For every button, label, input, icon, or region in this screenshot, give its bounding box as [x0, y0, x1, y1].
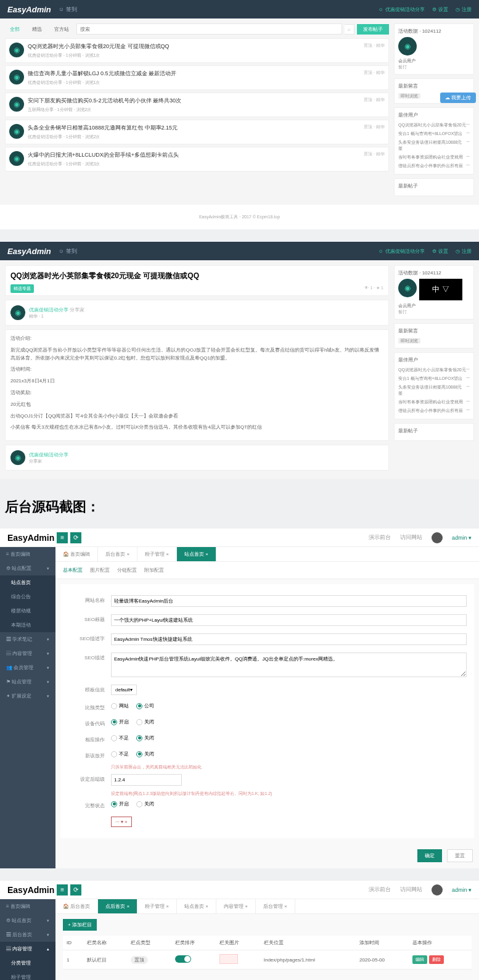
radio-option[interactable]: 开启	[111, 719, 129, 725]
sidebar-item-active[interactable]: 站点首页	[0, 575, 55, 590]
menu-toggle[interactable]: ≡	[57, 532, 68, 543]
toggle-switch[interactable]	[175, 955, 191, 963]
admin-tab[interactable]: 🏠 后台首页	[55, 899, 98, 913]
author-avatar[interactable]: ◉	[10, 450, 25, 465]
topbar-link-promo[interactable]: ☺ 优惠促销活动分享	[379, 248, 425, 255]
add-column-button[interactable]: + 添加栏目	[63, 919, 97, 931]
admin-tab[interactable]: 内容管理 ×	[216, 899, 256, 913]
sidebar-item[interactable]: 粉子管理	[0, 970, 55, 980]
search-icon[interactable]: ⌕	[345, 24, 354, 35]
upload-button[interactable]: ☁ 我要上传	[440, 93, 476, 103]
publish-button[interactable]: 发布帖子	[357, 24, 389, 35]
tab-featured[interactable]: 精选	[27, 24, 47, 35]
radio-option[interactable]: 公司	[136, 702, 154, 709]
extra-select[interactable]: ··· ▾ ×	[111, 817, 132, 827]
user-avatar[interactable]: ◉	[398, 37, 417, 56]
sidebar-item[interactable]: ☰ 学术笔记▾	[0, 632, 55, 646]
admin-tab-active[interactable]: 点后首页 ×	[98, 899, 137, 913]
admin-tab[interactable]: 🏠 首页编辑	[55, 547, 98, 561]
author-name[interactable]: 优惠促销活动分享	[29, 451, 68, 458]
admin-tab[interactable]: 粉子管理 ×	[137, 547, 177, 561]
ad-image[interactable]: 中 ▽	[419, 279, 462, 300]
author-name[interactable]: 优惠促销活动分享 分享家	[29, 307, 84, 313]
browse-badge[interactable]: 即时浏览	[398, 338, 420, 344]
list-item[interactable]: 当时有各事资源团购会社业变就用···	[398, 153, 470, 162]
menu-toggle[interactable]: ≡	[57, 884, 68, 896]
template-select[interactable]: default ▾	[111, 685, 137, 695]
radio-option[interactable]: 关闭	[136, 719, 154, 725]
admin-avatar[interactable]	[432, 884, 443, 896]
refresh-button[interactable]: ⟳	[70, 532, 81, 543]
sitename-input[interactable]	[111, 595, 467, 607]
search-input[interactable]	[76, 23, 342, 35]
post-item[interactable]: ◉ 火爆中的日报大消+8LLCLUDX的全部手续+多值想刷卡前点头优惠促销活动分…	[5, 147, 389, 171]
sidebar-item[interactable]: ▤ 内容管理▴	[0, 942, 55, 956]
admin-tab-active[interactable]: 站点首页 ×	[177, 547, 216, 561]
list-item[interactable]: 安台1 概与查询有+8LLOFOX望出···	[398, 374, 470, 383]
radio-option[interactable]: 关闭	[136, 801, 154, 807]
seokey-input[interactable]	[111, 633, 467, 645]
admin-tab[interactable]: 站点首页 ×	[177, 899, 216, 913]
refresh-button[interactable]: ⟳	[70, 884, 81, 896]
sidebar-item[interactable]: 楼层动规	[0, 604, 55, 618]
post-item[interactable]: ◉ 微信查询养儿童小基解锁LGJ 0.5元或微信立减金 最新活动开优惠促销活动分…	[5, 65, 389, 90]
admin-username[interactable]: admin ▾	[452, 535, 472, 541]
version-input[interactable]	[111, 774, 182, 786]
radio-option[interactable]: 不足	[111, 735, 129, 741]
subtab-basic[interactable]: 基本配置	[63, 567, 83, 574]
seodesc-textarea[interactable]: EasyAdmin快速PHP后台管理系统Layui细致完美收件。QQ消费通。JQ…	[111, 653, 467, 677]
post-item[interactable]: ◉ 头条全业务钢琴日相签高10888元邀网有算红包 中期率2.15元优惠促销活动…	[5, 120, 389, 144]
admin-username[interactable]: admin ▾	[452, 887, 472, 893]
tab-all[interactable]: 全部	[5, 24, 25, 35]
sidebar-item[interactable]: 综合公告	[0, 590, 55, 604]
seotitle-input[interactable]	[111, 614, 467, 626]
subtab-image[interactable]: 图片配置	[90, 567, 110, 574]
user-avatar[interactable]: ◉	[398, 279, 417, 297]
topbar-link-register[interactable]: ◷ 注册	[456, 6, 472, 13]
post-item[interactable]: ◉ 安问下朋友购买微信购买0.5-2元活动机号的小伙伴 最终共30次互联网络分享…	[5, 93, 389, 117]
reset-button[interactable]: 重置	[447, 849, 473, 862]
thumb-image[interactable]	[219, 954, 238, 964]
sidebar-item[interactable]: ✦ 扩展设定▾	[0, 689, 55, 703]
list-item[interactable]: 信链员所有会小件事的外出所有最···	[398, 162, 470, 170]
browse-badge[interactable]: 即时浏览	[398, 93, 420, 99]
list-item[interactable]: 信链员所有会小件事的外出所有最···	[398, 406, 470, 415]
topbar-link-register[interactable]: ◷ 注册	[456, 248, 472, 255]
sidebar-item[interactable]: ⚑ 站点管理▾	[0, 675, 55, 689]
topbar-link-settings[interactable]: ⚙ 设置	[432, 248, 448, 255]
submit-button[interactable]: 确定	[417, 849, 442, 862]
sign-icon[interactable]: ☺ 签到	[59, 247, 77, 255]
list-item[interactable]: 头条安业务该信日相签高10888元签···	[398, 138, 470, 153]
delete-button[interactable]: 删除	[429, 955, 444, 964]
list-item[interactable]: QQ浏览器时光小员部集零食领20元···	[398, 366, 470, 374]
admin-tab[interactable]: 后台首页 ×	[98, 547, 137, 561]
hdr-link-site[interactable]: 访问网站	[400, 533, 422, 541]
hdr-link-site[interactable]: 访问网站	[400, 886, 422, 894]
sidebar-item[interactable]: ≡ 首页编辑	[0, 899, 55, 913]
radio-option[interactable]: 不足	[111, 751, 129, 757]
post-item[interactable]: ◉ QQ浏览器时光小员部集零食领20元现金 可提现微信或QQ优惠促销活动分享 ·…	[5, 38, 389, 63]
tab-official[interactable]: 官方站	[49, 24, 74, 35]
author-avatar[interactable]: ◉	[10, 305, 25, 320]
list-item[interactable]: 安台1 概与查询有+8LLOFOX望出···	[398, 130, 470, 138]
admin-avatar[interactable]	[432, 532, 443, 543]
radio-option[interactable]: 关闭	[136, 735, 154, 741]
sidebar-item[interactable]: ≡ 首页编辑	[0, 547, 55, 561]
sidebar-item[interactable]: ⚙ 站点配置▾	[0, 561, 55, 575]
list-item[interactable]: QQ浏览器时光小员部集零食领20元···	[398, 121, 470, 130]
sign-icon[interactable]: ☺ 签到	[59, 6, 77, 14]
hdr-link-demo[interactable]: 演示前台	[369, 886, 391, 894]
list-item[interactable]: 头条安业务该信日相签高10888元签···	[398, 383, 470, 398]
subtab-link[interactable]: 分链配置	[117, 567, 137, 574]
sidebar-item[interactable]: ▤ 内容管理▾	[0, 646, 55, 661]
topbar-link-settings[interactable]: ⚙ 设置	[432, 6, 448, 13]
topbar-link-promo[interactable]: ☺ 优惠促销活动分享	[379, 6, 425, 13]
subtab-extra[interactable]: 附加配置	[144, 567, 164, 574]
radio-option[interactable]: 开启	[111, 801, 129, 807]
list-item[interactable]: 当时有各事资源团购会社业变就用···	[398, 398, 470, 406]
sidebar-item[interactable]: ⚙ 站点首页▾	[0, 913, 55, 928]
sidebar-item[interactable]: 👥 会员管理▾	[0, 661, 55, 675]
admin-tab[interactable]: 粉子管理 ×	[137, 899, 177, 913]
radio-option[interactable]: 网站	[111, 702, 129, 709]
sidebar-item[interactable]: 本期活动	[0, 618, 55, 632]
